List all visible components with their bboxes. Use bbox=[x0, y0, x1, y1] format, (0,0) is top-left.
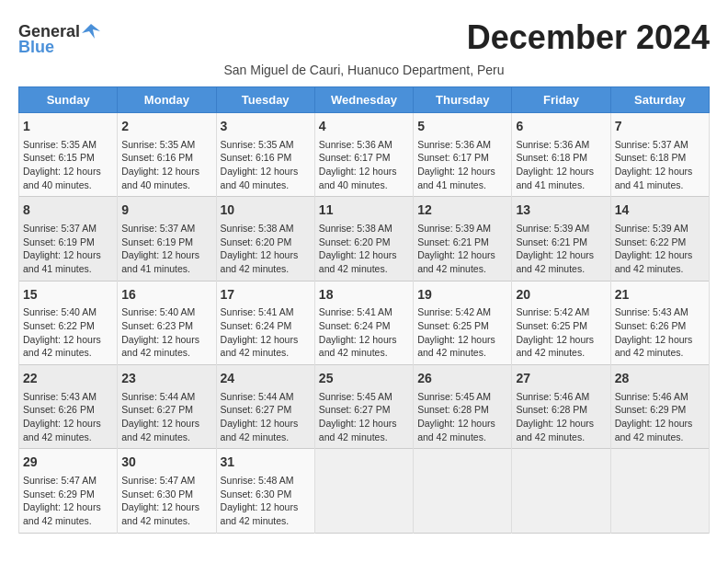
day-cell: 14Sunrise: 5:39 AM Sunset: 6:22 PM Dayli… bbox=[610, 197, 709, 281]
day-number: 3 bbox=[221, 118, 311, 136]
day-info: Sunrise: 5:35 AM Sunset: 6:16 PM Dayligh… bbox=[221, 138, 311, 192]
day-number: 31 bbox=[221, 454, 311, 472]
day-cell: 24Sunrise: 5:44 AM Sunset: 6:27 PM Dayli… bbox=[216, 365, 314, 449]
day-info: Sunrise: 5:36 AM Sunset: 6:18 PM Dayligh… bbox=[516, 138, 606, 192]
header-cell-tuesday: Tuesday bbox=[216, 87, 314, 113]
day-cell: 8Sunrise: 5:37 AM Sunset: 6:19 PM Daylig… bbox=[19, 197, 118, 281]
day-info: Sunrise: 5:38 AM Sunset: 6:20 PM Dayligh… bbox=[319, 222, 409, 276]
day-cell bbox=[414, 449, 512, 533]
header: General Blue December 2024 bbox=[18, 18, 710, 57]
day-cell: 25Sunrise: 5:45 AM Sunset: 6:27 PM Dayli… bbox=[314, 365, 413, 449]
day-cell: 19Sunrise: 5:42 AM Sunset: 6:25 PM Dayli… bbox=[414, 281, 512, 364]
day-number: 18 bbox=[319, 286, 409, 304]
day-number: 4 bbox=[319, 118, 409, 136]
day-info: Sunrise: 5:44 AM Sunset: 6:27 PM Dayligh… bbox=[121, 390, 211, 444]
day-number: 24 bbox=[221, 370, 311, 388]
day-info: Sunrise: 5:46 AM Sunset: 6:28 PM Dayligh… bbox=[516, 390, 606, 444]
day-cell: 31Sunrise: 5:48 AM Sunset: 6:30 PM Dayli… bbox=[216, 449, 314, 533]
day-info: Sunrise: 5:38 AM Sunset: 6:20 PM Dayligh… bbox=[221, 222, 311, 276]
day-number: 19 bbox=[417, 286, 507, 304]
day-cell: 13Sunrise: 5:39 AM Sunset: 6:21 PM Dayli… bbox=[512, 197, 610, 281]
day-info: Sunrise: 5:40 AM Sunset: 6:23 PM Dayligh… bbox=[121, 305, 211, 360]
day-info: Sunrise: 5:35 AM Sunset: 6:16 PM Dayligh… bbox=[121, 138, 211, 192]
day-number: 29 bbox=[23, 454, 113, 472]
day-number: 9 bbox=[121, 201, 211, 220]
day-number: 11 bbox=[319, 201, 409, 220]
day-info: Sunrise: 5:48 AM Sunset: 6:30 PM Dayligh… bbox=[221, 474, 311, 528]
day-info: Sunrise: 5:39 AM Sunset: 6:22 PM Dayligh… bbox=[615, 222, 705, 276]
logo-blue: Blue bbox=[18, 38, 54, 57]
day-number: 2 bbox=[121, 118, 211, 136]
day-info: Sunrise: 5:42 AM Sunset: 6:25 PM Dayligh… bbox=[516, 305, 606, 360]
day-cell: 22Sunrise: 5:43 AM Sunset: 6:26 PM Dayli… bbox=[19, 365, 118, 449]
day-number: 14 bbox=[615, 201, 705, 220]
day-cell: 12Sunrise: 5:39 AM Sunset: 6:21 PM Dayli… bbox=[414, 197, 512, 281]
header-cell-sunday: Sunday bbox=[19, 87, 118, 113]
day-number: 15 bbox=[23, 286, 113, 304]
day-number: 26 bbox=[417, 370, 507, 388]
day-number: 25 bbox=[319, 370, 409, 388]
day-cell: 26Sunrise: 5:45 AM Sunset: 6:28 PM Dayli… bbox=[414, 365, 512, 449]
day-info: Sunrise: 5:36 AM Sunset: 6:17 PM Dayligh… bbox=[417, 138, 507, 192]
week-row-4: 22Sunrise: 5:43 AM Sunset: 6:26 PM Dayli… bbox=[19, 365, 710, 449]
day-cell: 30Sunrise: 5:47 AM Sunset: 6:30 PM Dayli… bbox=[118, 449, 216, 533]
header-cell-saturday: Saturday bbox=[610, 87, 709, 113]
week-row-3: 15Sunrise: 5:40 AM Sunset: 6:22 PM Dayli… bbox=[19, 281, 710, 364]
header-cell-thursday: Thursday bbox=[414, 87, 512, 113]
day-cell: 1Sunrise: 5:35 AM Sunset: 6:15 PM Daylig… bbox=[19, 113, 118, 197]
day-cell: 10Sunrise: 5:38 AM Sunset: 6:20 PM Dayli… bbox=[216, 197, 314, 281]
day-cell: 23Sunrise: 5:44 AM Sunset: 6:27 PM Dayli… bbox=[118, 365, 216, 449]
day-info: Sunrise: 5:40 AM Sunset: 6:22 PM Dayligh… bbox=[23, 305, 113, 360]
day-info: Sunrise: 5:45 AM Sunset: 6:28 PM Dayligh… bbox=[417, 390, 507, 444]
day-cell: 11Sunrise: 5:38 AM Sunset: 6:20 PM Dayli… bbox=[314, 197, 413, 281]
day-number: 23 bbox=[121, 370, 211, 388]
logo-bird-icon bbox=[82, 22, 100, 40]
day-number: 10 bbox=[221, 201, 311, 220]
day-number: 22 bbox=[23, 370, 113, 388]
day-info: Sunrise: 5:43 AM Sunset: 6:26 PM Dayligh… bbox=[23, 390, 113, 444]
day-info: Sunrise: 5:39 AM Sunset: 6:21 PM Dayligh… bbox=[417, 222, 507, 276]
day-cell bbox=[512, 449, 610, 533]
day-number: 27 bbox=[516, 370, 606, 388]
day-cell: 20Sunrise: 5:42 AM Sunset: 6:25 PM Dayli… bbox=[512, 281, 610, 364]
day-info: Sunrise: 5:39 AM Sunset: 6:21 PM Dayligh… bbox=[516, 222, 606, 276]
day-cell: 4Sunrise: 5:36 AM Sunset: 6:17 PM Daylig… bbox=[314, 113, 413, 197]
header-cell-wednesday: Wednesday bbox=[314, 87, 413, 113]
week-row-1: 1Sunrise: 5:35 AM Sunset: 6:15 PM Daylig… bbox=[19, 113, 710, 197]
day-number: 7 bbox=[615, 118, 705, 136]
header-cell-monday: Monday bbox=[118, 87, 216, 113]
day-info: Sunrise: 5:46 AM Sunset: 6:29 PM Dayligh… bbox=[615, 390, 705, 444]
header-cell-friday: Friday bbox=[512, 87, 610, 113]
day-cell: 29Sunrise: 5:47 AM Sunset: 6:29 PM Dayli… bbox=[19, 449, 118, 533]
day-number: 12 bbox=[417, 201, 507, 220]
day-cell: 17Sunrise: 5:41 AM Sunset: 6:24 PM Dayli… bbox=[216, 281, 314, 364]
day-cell: 27Sunrise: 5:46 AM Sunset: 6:28 PM Dayli… bbox=[512, 365, 610, 449]
week-row-5: 29Sunrise: 5:47 AM Sunset: 6:29 PM Dayli… bbox=[19, 449, 710, 533]
month-title: December 2024 bbox=[467, 18, 710, 57]
day-number: 17 bbox=[221, 286, 311, 304]
day-cell: 9Sunrise: 5:37 AM Sunset: 6:19 PM Daylig… bbox=[118, 197, 216, 281]
header-row: SundayMondayTuesdayWednesdayThursdayFrid… bbox=[19, 87, 710, 113]
day-cell: 21Sunrise: 5:43 AM Sunset: 6:26 PM Dayli… bbox=[610, 281, 709, 364]
day-info: Sunrise: 5:41 AM Sunset: 6:24 PM Dayligh… bbox=[221, 305, 311, 360]
logo: General Blue bbox=[18, 22, 100, 57]
calendar-table: SundayMondayTuesdayWednesdayThursdayFrid… bbox=[18, 86, 710, 534]
day-number: 13 bbox=[516, 201, 606, 220]
day-cell: 6Sunrise: 5:36 AM Sunset: 6:18 PM Daylig… bbox=[512, 113, 610, 197]
day-cell: 5Sunrise: 5:36 AM Sunset: 6:17 PM Daylig… bbox=[414, 113, 512, 197]
day-number: 6 bbox=[516, 118, 606, 136]
svg-marker-0 bbox=[82, 24, 100, 39]
day-number: 21 bbox=[615, 286, 705, 304]
day-number: 30 bbox=[121, 454, 211, 472]
day-cell bbox=[610, 449, 709, 533]
day-number: 16 bbox=[121, 286, 211, 304]
day-info: Sunrise: 5:37 AM Sunset: 6:19 PM Dayligh… bbox=[23, 222, 113, 276]
day-info: Sunrise: 5:45 AM Sunset: 6:27 PM Dayligh… bbox=[319, 390, 409, 444]
day-cell: 18Sunrise: 5:41 AM Sunset: 6:24 PM Dayli… bbox=[314, 281, 413, 364]
day-info: Sunrise: 5:35 AM Sunset: 6:15 PM Dayligh… bbox=[23, 138, 113, 192]
day-info: Sunrise: 5:41 AM Sunset: 6:24 PM Dayligh… bbox=[319, 305, 409, 360]
day-info: Sunrise: 5:47 AM Sunset: 6:29 PM Dayligh… bbox=[23, 474, 113, 528]
day-number: 28 bbox=[615, 370, 705, 388]
day-info: Sunrise: 5:42 AM Sunset: 6:25 PM Dayligh… bbox=[417, 305, 507, 360]
subtitle: San Miguel de Cauri, Huanuco Department,… bbox=[18, 63, 710, 77]
